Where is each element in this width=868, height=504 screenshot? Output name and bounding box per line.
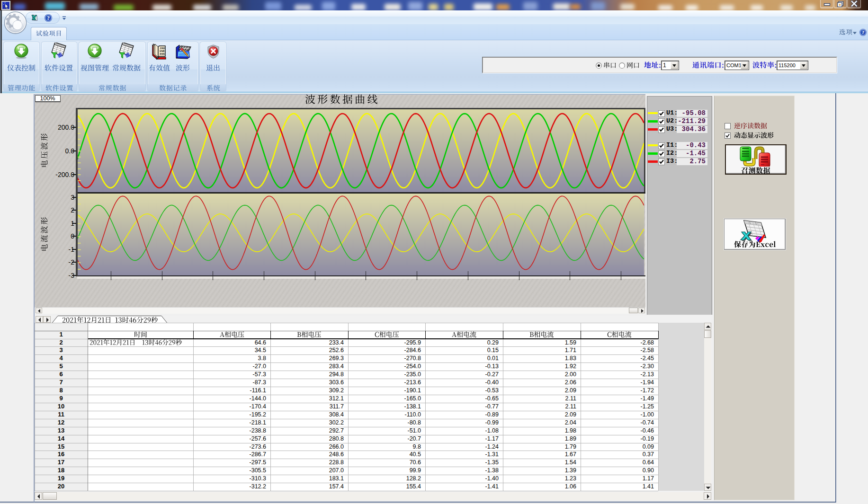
svg-text:?: ? [862,29,865,35]
svg-text:?: ? [47,15,50,21]
svg-text:X55: X55 [160,53,165,56]
